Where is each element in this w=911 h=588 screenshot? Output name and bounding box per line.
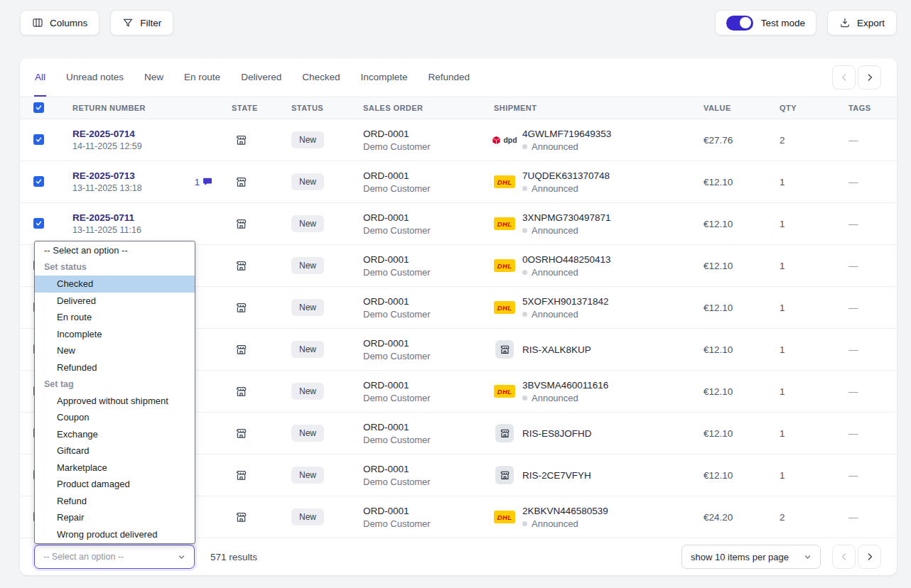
dhl-logo: DHL xyxy=(494,385,515,398)
status-badge: New xyxy=(291,383,324,400)
qty-cell: 1 xyxy=(780,386,848,397)
tab-all[interactable]: All xyxy=(34,58,46,97)
bulk-action-dropdown: -- Select an option --Set statusCheckedD… xyxy=(34,241,195,544)
shipment-cell: DHL3XNPMG730497871Announced xyxy=(494,212,704,236)
state-cell xyxy=(232,386,291,398)
check-icon xyxy=(35,104,43,111)
status-dot xyxy=(522,521,527,526)
storefront-icon xyxy=(235,386,247,398)
select-all-cell xyxy=(20,102,72,114)
next-page-button[interactable] xyxy=(858,545,881,569)
status-cell: New xyxy=(291,173,363,190)
status-cell: New xyxy=(291,215,363,232)
tab-checked[interactable]: Checked xyxy=(301,58,340,97)
tags-cell: — xyxy=(848,512,897,523)
state-cell xyxy=(232,302,291,314)
tags-cell: — xyxy=(848,428,897,439)
shipment-cell: DHL5XOFXH901371842Announced xyxy=(494,296,704,320)
tracking-number: 7UQDEK631370748 xyxy=(522,170,610,181)
state-cell xyxy=(232,260,291,272)
dropdown-option[interactable]: Wrong product delivered xyxy=(35,526,195,543)
dropdown-placeholder-option[interactable]: -- Select an option -- xyxy=(35,242,195,259)
comment-count: 1 xyxy=(195,177,200,187)
dropdown-option[interactable]: Checked xyxy=(35,276,195,293)
store-icon xyxy=(495,340,514,359)
tags-cell: — xyxy=(848,261,897,271)
storefront-icon xyxy=(235,428,247,440)
return-cell: RE-2025-071414-11-2025 12:59 xyxy=(72,119,232,160)
filter-icon xyxy=(122,17,134,28)
filter-button[interactable]: Filter xyxy=(110,10,173,36)
dhl-logo: DHL xyxy=(494,217,515,230)
next-page-button[interactable] xyxy=(858,65,881,89)
value-cell: €24.20 xyxy=(704,512,780,523)
return-number-link[interactable]: RE-2025-0713 xyxy=(72,170,142,181)
test-mode-toggle[interactable] xyxy=(726,16,753,31)
dropdown-option[interactable]: Approved without shipment xyxy=(35,393,195,410)
tab-delivered[interactable]: Delivered xyxy=(240,58,282,97)
page-size-select-value: show 10 items per page xyxy=(691,552,789,562)
prev-page-button[interactable] xyxy=(832,545,856,569)
return-number-link[interactable]: RE-2025-0714 xyxy=(72,129,142,139)
tab-refunded[interactable]: Refunded xyxy=(428,58,471,97)
dropdown-option[interactable]: Refunded xyxy=(35,359,195,376)
shipment-cell: RIS-ES8JOFHD xyxy=(494,424,704,442)
returns-page: Columns Filter Test mode Export AllUnrea… xyxy=(0,0,911,588)
bulk-action-select[interactable]: -- Select an option -- xyxy=(34,545,195,569)
columns-button[interactable]: Columns xyxy=(20,10,99,36)
bulk-action-select-value: -- Select an option -- xyxy=(43,552,124,562)
row-checkbox[interactable] xyxy=(33,176,44,187)
dropdown-option[interactable]: Marketplace xyxy=(35,459,195,477)
page-size-select[interactable]: show 10 items per page xyxy=(681,545,821,569)
sales-order-cell: ORD-0001Demo Customer xyxy=(363,170,494,194)
dropdown-option[interactable]: Delivered xyxy=(35,293,195,310)
tags-cell: — xyxy=(848,344,897,355)
row-select-cell xyxy=(20,218,72,229)
tab-incomplete[interactable]: Incomplete xyxy=(360,58,408,97)
value-cell: €12.10 xyxy=(704,303,780,313)
prev-page-button[interactable] xyxy=(832,65,856,89)
export-button[interactable]: Export xyxy=(827,10,897,36)
dropdown-option[interactable]: Incomplete xyxy=(35,326,195,343)
comment-indicator[interactable]: 1 xyxy=(195,177,212,187)
qty-cell: 2 xyxy=(780,512,848,523)
value-cell: €27.76 xyxy=(704,135,780,146)
customer-name: Demo Customer xyxy=(363,141,494,152)
table-row: RE-2025-071414-11-2025 12:59 New ORD-000… xyxy=(20,119,897,161)
tracking-number: RIS-2CE7VFYH xyxy=(522,470,591,481)
tracking-number: 4GWLMF719649353 xyxy=(522,129,611,139)
return-cell: RE-2025-071313-11-2025 13:18 1 xyxy=(72,161,232,202)
row-checkbox[interactable] xyxy=(33,218,44,229)
return-date: 14-11-2025 12:59 xyxy=(72,141,142,151)
tab-unread-notes[interactable]: Unread notes xyxy=(65,58,124,97)
return-date: 13-11-2025 13:18 xyxy=(72,183,142,193)
tab-en-route[interactable]: En route xyxy=(183,58,221,97)
dpd-logo: dpd xyxy=(492,136,517,145)
columns-button-label: Columns xyxy=(50,18,87,28)
col-state: STATE xyxy=(232,104,291,112)
value-cell: €12.10 xyxy=(704,261,780,271)
select-all-checkbox[interactable] xyxy=(33,102,44,113)
dropdown-option[interactable]: Product damaged xyxy=(35,476,195,493)
shipment-status: Announced xyxy=(522,225,611,236)
col-value: VALUE xyxy=(704,104,780,112)
dropdown-option[interactable]: Refund xyxy=(35,493,195,510)
dropdown-option[interactable]: New xyxy=(35,342,195,359)
return-number-link[interactable]: RE-2025-0711 xyxy=(72,212,141,223)
dropdown-option[interactable]: Exchange xyxy=(35,426,195,443)
storefront-icon xyxy=(500,344,510,355)
dropdown-option[interactable]: Giftcard xyxy=(35,442,195,459)
dropdown-option[interactable]: En route xyxy=(35,309,195,326)
tracking-number: 5XOFXH901371842 xyxy=(522,296,609,307)
tab-new[interactable]: New xyxy=(144,58,164,97)
row-checkbox[interactable] xyxy=(33,134,44,145)
col-status: STATUS xyxy=(291,104,363,112)
storefront-icon xyxy=(235,469,247,481)
state-cell xyxy=(232,511,291,523)
table-row: RE-2025-071313-11-2025 13:18 1 New ORD-0… xyxy=(20,161,897,203)
dhl-logo: DHL xyxy=(494,301,515,314)
dropdown-option[interactable]: Coupon xyxy=(35,409,195,426)
qty-cell: 1 xyxy=(780,261,848,271)
dropdown-option[interactable]: Repair xyxy=(35,509,195,526)
storefront-icon xyxy=(235,344,247,356)
